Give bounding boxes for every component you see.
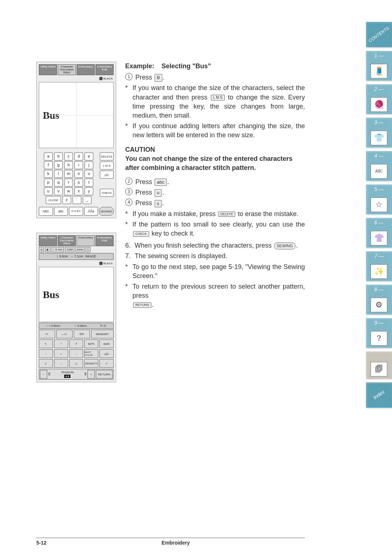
step-number-1: 1 <box>125 73 132 80</box>
tab-ch2[interactable]: 2 —🧶 <box>366 84 392 114</box>
btm-accent: ÄÅä <box>84 207 98 216</box>
note-mistake: If you make a mistake, press DELETE to e… <box>132 209 298 219</box>
preview-area-2: Bus <box>39 267 114 322</box>
btm-num: 0~9 &?! <box>69 207 83 216</box>
tab-ch3[interactable]: 3 —👕 <box>366 118 392 147</box>
example-heading: Example: Selecting "Bus" <box>125 62 305 71</box>
tab-ch7[interactable]: 7 —✨ <box>366 251 392 281</box>
step-number-3: 3 <box>125 188 132 195</box>
key-B-inline: B <box>155 74 162 81</box>
note-size-change: If you want to change the size of the ch… <box>132 83 305 120</box>
side-delete: DELETE <box>100 152 114 160</box>
bullet-star: * <box>125 83 130 120</box>
step-7-text: The sewing screen is displayed. <box>135 252 227 261</box>
tab-char: Character Decorative Stitch <box>58 64 76 75</box>
machine-icon: ⚙ <box>371 298 387 312</box>
step-number-4: 4 <box>125 199 132 206</box>
tab-utility: Utility Stitch <box>39 64 57 75</box>
side-lms: L M S <box>100 162 114 170</box>
preview-area: Bus <box>39 82 114 148</box>
pos-x: 0.00cm <box>77 324 87 327</box>
side-chapter-tabs: CONTENTS 1 —🧵 2 —🧶 3 —👕 4 —ABC 5 —☆ 6 —👚… <box>366 22 392 408</box>
key-sewing-inline: SEWING <box>274 243 295 249</box>
key-delete-inline: DELETE <box>218 212 235 217</box>
tab-ch5[interactable]: 5 —☆ <box>366 184 392 214</box>
tab-ch4[interactable]: 4 —ABC <box>366 151 392 181</box>
side-mirror: △|▷ <box>100 171 114 179</box>
density-button: DENSITY <box>84 359 98 368</box>
key-s-inline: s <box>155 200 162 207</box>
key-lms-inline: L M S <box>211 95 225 101</box>
tab-embedit: Embroidery Edit <box>95 64 114 75</box>
image-button: IMAGE <box>85 254 96 259</box>
letter-keypad: abcde fghij klmno pqrst uvwxy CLOSE z ` … <box>39 152 98 204</box>
tension-label: TENSION <box>61 371 74 374</box>
step-1-text: Press B. <box>135 73 165 82</box>
note-check: If the pattern is too small to see clear… <box>132 220 305 238</box>
stitch-count: 1286 <box>65 247 74 252</box>
device-screenshot-2: Utility Stitch Character Decorative Stit… <box>36 233 116 382</box>
tab-ch1[interactable]: 1 —🧵 <box>366 51 392 81</box>
sewing-machine-icon: 🧵 <box>371 64 387 78</box>
key-return-inline: RETURN <box>133 302 151 308</box>
note-continue-letters: If you continue adding letters after cha… <box>132 122 305 140</box>
embellish-shirt-icon: ✨ <box>371 264 387 279</box>
btm-abc: abc <box>54 207 68 216</box>
key-b: b <box>54 152 63 160</box>
key-d: d <box>74 152 83 160</box>
star-frame-icon: ☆ <box>371 197 387 212</box>
step-number-6: 6. <box>125 241 132 250</box>
size-button: SIZE <box>99 339 114 348</box>
thread-spool-icon: 🧶 <box>371 97 387 112</box>
dim-width: 7.1cm <box>74 254 83 258</box>
tab-index[interactable]: Index <box>366 382 392 408</box>
note-goto-next: To go to the next step, see page 5-19, "… <box>132 262 305 281</box>
btm-ABC: ABC <box>39 207 53 216</box>
rotation: 0° <box>103 324 106 327</box>
tab-ch6[interactable]: 6 —👚 <box>366 218 392 248</box>
tension-value: 4.0 <box>64 375 70 378</box>
btm-sewing: SEWING <box>99 207 114 216</box>
key-abc-inline: abc <box>155 179 167 186</box>
page-number: 5-12 <box>36 539 46 547</box>
pos-y: 0.00cm <box>51 324 60 327</box>
shirt-icon: 👕 <box>371 131 387 145</box>
memory-button: MEMORY <box>91 330 114 338</box>
tab-embroidery: Embroidery <box>77 64 95 75</box>
tab-contents[interactable]: CONTENTS <box>366 22 392 47</box>
return-button: RETURN <box>96 370 113 379</box>
section-title: Embroidery <box>162 539 190 547</box>
key-c: c <box>64 152 73 160</box>
step-number-2: 2 <box>125 178 132 185</box>
dim-height: 3.0cm <box>59 254 68 258</box>
abc-icon: ABC <box>371 164 387 179</box>
tab-blank[interactable]: 🗐 <box>366 351 392 379</box>
close-key: CLOSE <box>46 196 61 204</box>
multicolor-button: MULTI COLOR <box>84 349 98 358</box>
key-e: e <box>85 152 93 160</box>
device-screenshot-1: Utility Stitch Character Decorative Stit… <box>36 62 116 218</box>
color-label: BLACK <box>103 77 113 80</box>
side-check: CHECK <box>100 189 114 197</box>
key-a: a <box>44 152 53 160</box>
caution-block: CAUTION You can not change the size of t… <box>125 145 305 173</box>
key-check-inline: CHECK <box>133 231 149 237</box>
tab-ch9[interactable]: 9 —？ <box>366 318 392 348</box>
note-return: To return to the previous screen to sele… <box>132 282 305 310</box>
design-shirt-icon: 👚 <box>371 231 387 245</box>
key-u-inline: u <box>155 189 162 196</box>
pages-icon: 🗐 <box>371 362 387 376</box>
time-est: 4min <box>75 247 85 252</box>
step-number-7: 7. <box>125 252 132 261</box>
help-machine-icon: ？ <box>371 331 387 346</box>
tab-ch8[interactable]: 8 —⚙ <box>366 285 392 314</box>
page-footer: 5-12 Embroidery <box>36 538 305 547</box>
